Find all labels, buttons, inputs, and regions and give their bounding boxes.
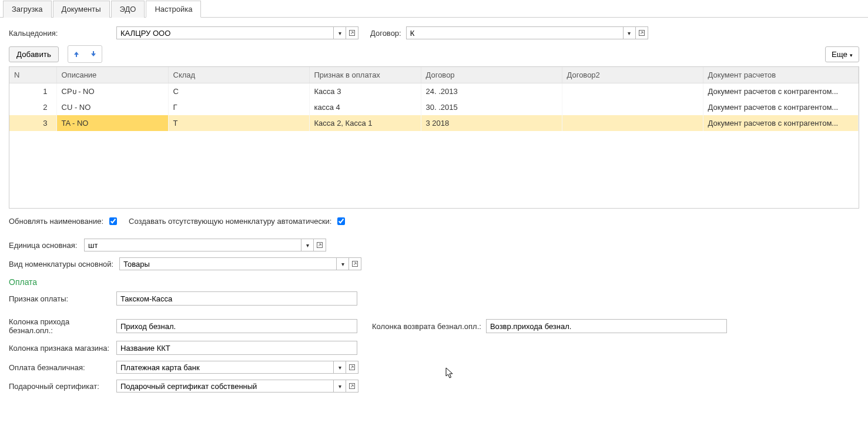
cell-n[interactable]: 2	[9, 99, 56, 115]
label-dogovor: Договор:	[370, 29, 401, 38]
label-col-ret: Колонка возврата безнал.опл.:	[372, 322, 481, 331]
dropdown-icon[interactable]: ▾	[334, 26, 346, 39]
kaltsedoniya-input[interactable]	[116, 26, 334, 39]
label-pay-bn: Оплата безналичная:	[9, 363, 112, 372]
cell-doc[interactable]: Документ расчетов с контрагентом...	[703, 99, 859, 115]
label-auto-create: Создавать отсутствующую номенклатуру авт…	[129, 217, 331, 226]
cell-priznak[interactable]: касса 4	[309, 99, 421, 115]
tab-zagruzka[interactable]: Загрузка	[3, 1, 52, 18]
priznak-oplaty-input[interactable]	[116, 291, 357, 306]
dropdown-icon[interactable]: ▾	[624, 26, 636, 39]
tab-nastroika[interactable]: Настройка	[146, 1, 201, 18]
cell-dogovor2[interactable]	[562, 83, 703, 100]
kaltsedoniya-field: ▾	[116, 26, 358, 39]
col-header-sklad[interactable]: Склад	[168, 67, 309, 83]
cell-n[interactable]: 1	[9, 83, 56, 100]
dropdown-icon[interactable]: ▾	[334, 380, 346, 393]
cell-sklad[interactable]: Г	[168, 99, 309, 115]
tab-edo[interactable]: ЭДО	[111, 1, 145, 18]
move-down-button[interactable]	[86, 46, 101, 62]
dropdown-icon[interactable]: ▾	[301, 239, 314, 251]
more-label: Еще	[832, 50, 847, 59]
cell-sklad[interactable]: Т	[168, 115, 309, 131]
cell-dogovor[interactable]: 24. .2013	[421, 83, 562, 100]
add-button[interactable]: Добавить	[9, 46, 59, 62]
dogovor-field: ▾	[406, 26, 648, 39]
label-col-in: Колонка прихода безнал.опл.:	[9, 317, 112, 335]
col-in-input[interactable]	[116, 319, 357, 333]
open-dialog-icon[interactable]	[346, 380, 358, 393]
nomtype-input[interactable]	[119, 257, 337, 270]
open-dialog-icon[interactable]	[314, 239, 326, 251]
section-payment-title: Оплата	[9, 277, 859, 287]
cell-desc[interactable]: CU - NO	[56, 99, 168, 115]
cell-doc[interactable]: Документ расчетов с контрагентом...	[703, 83, 859, 100]
dropdown-icon[interactable]: ▾	[334, 361, 346, 374]
dogovor-input[interactable]	[406, 26, 624, 39]
label-cert: Подарочный сертификат:	[9, 382, 112, 391]
label-col-mag: Колонка признака магазина:	[9, 344, 112, 353]
col-header-priznak[interactable]: Признак в оплатах	[309, 67, 421, 83]
checkbox-update-name[interactable]	[109, 217, 117, 225]
tab-dokumenty[interactable]: Документы	[53, 1, 110, 18]
tab-bar: Загрузка Документы ЭДО Настройка	[0, 0, 868, 18]
cell-doc[interactable]: Документ расчетов с контрагентом...	[703, 115, 859, 131]
table-row[interactable]: 2CU - NOГкасса 430. .2015Документ расчет…	[9, 99, 859, 115]
settings-table: N Описание Склад Признак в оплатах Догов…	[9, 66, 859, 209]
col-header-doc[interactable]: Документ расчетов	[703, 67, 859, 83]
cell-priznak[interactable]: Касса 3	[309, 83, 421, 100]
dropdown-icon[interactable]: ▾	[337, 257, 349, 270]
cell-priznak[interactable]: Касса 2, Касса 1	[309, 115, 421, 131]
open-dialog-icon[interactable]	[636, 26, 648, 39]
move-up-button[interactable]	[69, 46, 84, 62]
label-kaltsedoniya: Кальцедония:	[9, 29, 112, 38]
cell-dogovor2[interactable]	[562, 115, 703, 131]
col-header-n[interactable]: N	[9, 67, 56, 83]
cell-desc[interactable]: TA - NO	[56, 115, 168, 131]
cert-input[interactable]	[116, 380, 334, 393]
cell-dogovor[interactable]: 30. .2015	[421, 99, 562, 115]
label-update-name: Обновлять наименование:	[9, 217, 103, 226]
open-dialog-icon[interactable]	[349, 257, 361, 270]
cell-desc[interactable]: CPᴜ - NO	[56, 83, 168, 100]
col-header-desc[interactable]: Описание	[56, 67, 168, 83]
col-header-dogovor2[interactable]: Договор2	[562, 67, 703, 83]
unit-input[interactable]	[84, 239, 301, 251]
table-header-row: N Описание Склад Признак в оплатах Догов…	[9, 67, 859, 83]
open-dialog-icon[interactable]	[346, 26, 358, 39]
cell-dogovor[interactable]: 3 2018	[421, 115, 562, 131]
table-row[interactable]: 3TA - NOТКасса 2, Касса 13 2018Документ …	[9, 115, 859, 131]
open-dialog-icon[interactable]	[346, 361, 358, 374]
col-ret-input[interactable]	[486, 319, 727, 333]
table-row[interactable]: 1CPᴜ - NOСКасса 324. .2013Документ расче…	[9, 83, 859, 100]
label-unit: Единица основная:	[9, 241, 79, 250]
label-priznak-oplaty: Признак оплаты:	[9, 294, 112, 303]
checkbox-auto-create[interactable]	[337, 217, 345, 225]
more-button[interactable]: Еще▾	[825, 46, 859, 62]
cell-dogovor2[interactable]	[562, 99, 703, 115]
pay-bn-input[interactable]	[116, 361, 334, 374]
cell-sklad[interactable]: С	[168, 83, 309, 100]
label-nomtype: Вид номенклатуры основной:	[9, 260, 115, 269]
col-header-dogovor[interactable]: Договор	[421, 67, 562, 83]
col-mag-input[interactable]	[116, 341, 357, 355]
cell-n[interactable]: 3	[9, 115, 56, 131]
chevron-down-icon: ▾	[850, 52, 853, 58]
